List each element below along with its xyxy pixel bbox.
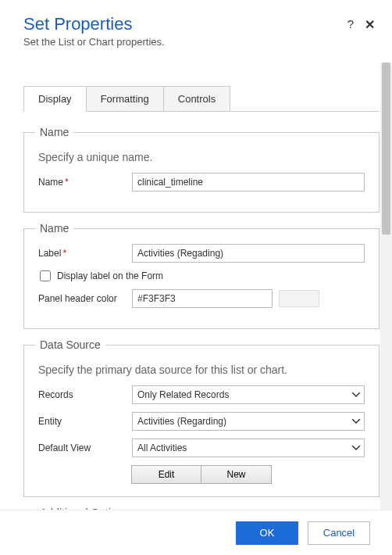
- panel-color-swatch[interactable]: [279, 290, 319, 307]
- section-name-desc: Specify a unique name.: [38, 151, 365, 163]
- tab-bar: Display Formatting Controls: [23, 86, 380, 112]
- section-datasource-legend: Data Source: [35, 338, 105, 351]
- help-icon[interactable]: ?: [347, 17, 354, 32]
- name-input[interactable]: [132, 173, 365, 192]
- tab-formatting[interactable]: Formatting: [87, 86, 164, 112]
- cancel-button[interactable]: Cancel: [308, 521, 370, 545]
- records-label: Records: [38, 389, 132, 400]
- tab-controls[interactable]: Controls: [164, 86, 230, 112]
- vertical-scrollbar[interactable]: [380, 63, 392, 510]
- section-datasource-desc: Specify the primary data source for this…: [38, 363, 365, 376]
- entity-select[interactable]: [132, 412, 365, 431]
- dialog-title: Set Properties: [23, 14, 132, 34]
- section-label-legend: Name: [35, 222, 73, 235]
- label-label: Label*: [38, 248, 132, 259]
- name-label: Name*: [38, 177, 132, 188]
- scrollbar-thumb[interactable]: [382, 63, 390, 235]
- default-view-label: Default View: [38, 442, 132, 453]
- section-label: Name Label* Display label on the Form Pa…: [23, 222, 380, 329]
- default-view-select[interactable]: [132, 439, 365, 457]
- close-icon[interactable]: ✕: [365, 17, 375, 32]
- new-button[interactable]: New: [201, 465, 272, 484]
- dialog-subtitle: Set the List or Chart properties.: [23, 36, 375, 48]
- section-name: Name Specify a unique name. Name*: [23, 126, 380, 213]
- label-input[interactable]: [132, 244, 365, 263]
- panel-color-input[interactable]: [132, 289, 273, 308]
- edit-button[interactable]: Edit: [131, 465, 201, 484]
- ok-button[interactable]: OK: [236, 521, 298, 545]
- panel-color-label: Panel header color: [38, 293, 132, 304]
- tab-display[interactable]: Display: [23, 86, 87, 112]
- display-label-checkbox[interactable]: [40, 270, 51, 281]
- section-name-legend: Name: [35, 126, 73, 138]
- display-label-checkbox-label: Display label on the Form: [57, 270, 163, 281]
- entity-label: Entity: [38, 416, 132, 427]
- records-select[interactable]: [132, 385, 365, 404]
- section-datasource: Data Source Specify the primary data sou…: [23, 338, 380, 497]
